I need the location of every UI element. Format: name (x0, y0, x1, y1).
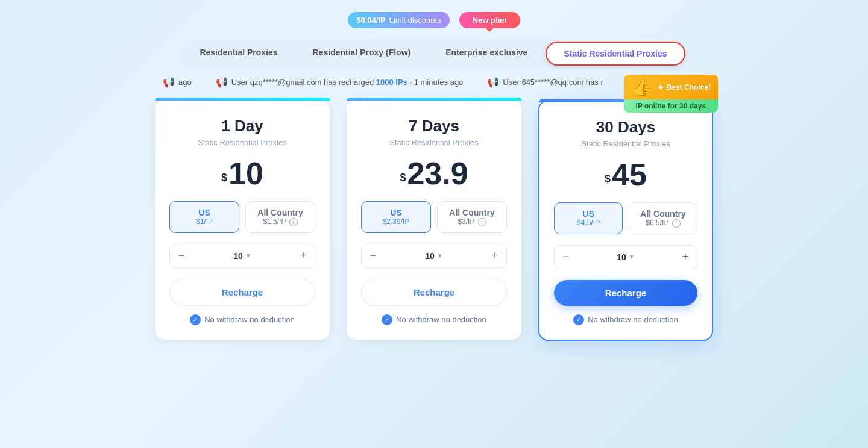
us-btn-7days[interactable]: US $2.39/IP (361, 201, 431, 233)
stepper-display-30days: 10 ▼ (577, 252, 674, 262)
recharge-btn-7days[interactable]: Recharge (361, 279, 507, 306)
allcountry-price-30days: $6.5/IP i (634, 219, 692, 228)
plan-price-7days: $ 23.9 (361, 158, 507, 189)
allcountry-btn-1day[interactable]: All Country $1.5/IP i (245, 201, 315, 233)
us-price-30days: $4.5/IP (559, 219, 617, 227)
page-wrapper: $0.04/IP Limit discounts New plan Reside… (0, 0, 868, 448)
check-icon-7days: ✓ (382, 314, 392, 325)
plan-card-7days: 7 Days Static Residential Proxies $ 23.9… (347, 100, 521, 340)
tab-residential-flow[interactable]: Residential Proxy (Flow) (296, 42, 428, 66)
allcountry-btn-30days[interactable]: All Country $6.5/IP i (629, 202, 697, 234)
quantity-stepper-1day: − 10 ▼ + (169, 244, 315, 268)
us-label-7days: US (366, 208, 426, 217)
discount-label: Limit discounts (389, 16, 441, 25)
plan-title-1day: 1 Day (169, 117, 315, 135)
plan-price-30days: $ 45 (554, 159, 697, 190)
us-price-1day: $1/IP (175, 217, 234, 226)
country-selector-7days: US $2.39/IP All Country $3/IP i (361, 201, 507, 233)
allcountry-label-30days: All Country (634, 209, 692, 219)
stepper-display-1day: 10 ▼ (193, 251, 292, 261)
activity-icon-3: 📢 (487, 76, 499, 88)
recharge-btn-30days[interactable]: Recharge (554, 280, 697, 306)
activity-item-1: 📢 ago (163, 76, 192, 88)
allcountry-label-1day: All Country (251, 208, 310, 217)
us-label-30days: US (559, 209, 617, 219)
no-deduction-label-30days: No withdraw no deduction (588, 315, 678, 324)
quantity-stepper-7days: − 10 ▼ + (361, 244, 507, 268)
country-selector-1day: US $1/IP All Country $1.5/IP i (169, 201, 315, 233)
stepper-plus-30days[interactable]: + (674, 246, 697, 269)
activity-icon-1: 📢 (163, 76, 175, 88)
country-selector-30days: US $4.5/IP All Country $6.5/IP i (554, 202, 697, 234)
price-amount-7days: 23.9 (407, 158, 468, 189)
price-dollar-1day: $ (221, 172, 227, 184)
us-btn-1day[interactable]: US $1/IP (169, 201, 239, 233)
allcountry-price-1day: $1.5/IP i (251, 217, 310, 226)
plan-card-1day: 1 Day Static Residential Proxies $ 10 US… (155, 100, 330, 340)
tab-enterprise[interactable]: Enterprise exclusive (429, 42, 544, 66)
stepper-chevron-1day[interactable]: ▼ (245, 252, 251, 259)
price-dollar-7days: $ (400, 172, 406, 184)
stepper-display-7days: 10 ▼ (385, 251, 483, 261)
plan-subtitle-7days: Static Residential Proxies (361, 138, 507, 147)
stepper-plus-7days[interactable]: + (483, 244, 506, 267)
newplan-badge[interactable]: New plan (459, 12, 520, 28)
quantity-stepper-30days: − 10 ▼ + (554, 245, 697, 269)
us-price-7days: $2.39/IP (366, 217, 426, 226)
stepper-value-1day: 10 (233, 251, 243, 261)
info-icon-7days[interactable]: i (478, 218, 486, 226)
promo-badges: $0.04/IP Limit discounts New plan (348, 12, 520, 28)
check-icon-1day: ✓ (190, 314, 201, 325)
activity-item-2: 📢 User qzq*****@gmail.com has recharged … (216, 76, 464, 88)
discount-badge[interactable]: $0.04/IP Limit discounts (348, 12, 449, 28)
newplan-label: New plan (473, 16, 507, 25)
price-dollar-30days: $ (605, 173, 611, 185)
stepper-chevron-7days[interactable]: ▼ (437, 252, 443, 259)
plan-price-1day: $ 10 (169, 158, 315, 189)
stepper-minus-1day[interactable]: − (170, 244, 193, 267)
plan-card-30days: 👍 ✦ Best Choice! IP online for 30 days 3… (538, 100, 713, 341)
stepper-plus-1day[interactable]: + (292, 244, 315, 267)
recharge-btn-1day[interactable]: Recharge (169, 279, 315, 306)
activity-item-3: 📢 User 645*****@qq.com has r (487, 76, 603, 88)
stepper-minus-7days[interactable]: − (362, 244, 385, 267)
no-deduction-label-1day: No withdraw no deduction (204, 315, 295, 324)
plan-title-7days: 7 Days (361, 117, 507, 135)
no-deduction-1day: ✓ No withdraw no deduction (169, 314, 315, 325)
best-choice-sub: IP online for 30 days (624, 99, 718, 113)
price-amount-30days: 45 (612, 159, 647, 190)
stepper-value-7days: 10 (425, 251, 435, 261)
price-amount-1day: 10 (228, 158, 263, 189)
stepper-minus-30days[interactable]: − (555, 246, 577, 269)
us-btn-30days[interactable]: US $4.5/IP (554, 202, 623, 234)
best-choice-text: Best Choice! (667, 83, 711, 92)
stepper-chevron-30days[interactable]: ▼ (629, 254, 635, 260)
allcountry-btn-7days[interactable]: All Country $3/IP i (437, 201, 507, 233)
tab-static-residential[interactable]: Static Residential Proxies (546, 42, 685, 66)
allcountry-label-7days: All Country (442, 208, 502, 217)
us-label-1day: US (175, 208, 234, 217)
allcountry-price-7days: $3/IP i (442, 217, 502, 226)
no-deduction-7days: ✓ No withdraw no deduction (361, 314, 507, 325)
check-icon-30days: ✓ (573, 314, 584, 325)
stepper-value-30days: 10 (617, 252, 626, 262)
best-choice-label: 👍 ✦ Best Choice! (624, 75, 718, 99)
info-icon-30days[interactable]: i (672, 219, 681, 228)
cards-container: 1 Day Static Residential Proxies $ 10 US… (143, 100, 725, 341)
discount-price: $0.04/IP (356, 16, 385, 25)
plan-subtitle-1day: Static Residential Proxies (169, 138, 315, 147)
activity-icon-2: 📢 (216, 76, 228, 88)
info-icon-1day[interactable]: i (289, 218, 298, 226)
no-deduction-label-7days: No withdraw no deduction (396, 315, 486, 324)
plan-title-30days: 30 Days (554, 118, 697, 137)
star-icon: ✦ (657, 82, 664, 92)
best-choice-badge: 👍 ✦ Best Choice! IP online for 30 days (624, 75, 718, 113)
tab-navigation: Residential Proxies Residential Proxy (F… (180, 39, 687, 68)
tab-residential[interactable]: Residential Proxies (183, 42, 294, 66)
thumb-icon: 👍 (631, 77, 652, 97)
plan-subtitle-30days: Static Residential Proxies (554, 139, 697, 148)
no-deduction-30days: ✓ No withdraw no deduction (554, 314, 697, 325)
